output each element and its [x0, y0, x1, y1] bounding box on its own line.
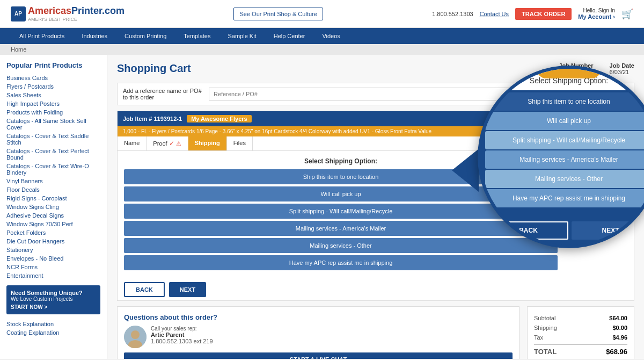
bottom-section: Questions about this order? Call your sa…: [117, 306, 634, 359]
zoom-option-apc-rep[interactable]: Have my APC rep assist me in shipping: [485, 189, 644, 207]
sidebar-item-floor-decals[interactable]: Floor Decals: [6, 185, 100, 194]
sidebar-item-catalogs-wire[interactable]: Catalogs - Cover & Text Wire-O Bindery: [6, 162, 100, 177]
sidebar-item-envelopes[interactable]: Envelopes - No Bleed: [6, 254, 100, 263]
nav-item-sample[interactable]: Sample Kit: [219, 28, 265, 44]
sidebar-title: Popular Print Products: [6, 61, 100, 69]
tax-value: $4.96: [612, 334, 627, 341]
rep-name: Artie Parent: [151, 332, 213, 338]
nav-item-custom[interactable]: Custom Printing: [116, 28, 175, 44]
sidebar-item-catalogs-self[interactable]: Catalogs - All Same Stock Self Cover: [6, 117, 100, 132]
tab-shipping[interactable]: Shipping: [188, 136, 227, 150]
total-shipping-value: $0.00: [612, 325, 627, 331]
sidebar-item-rigid-signs[interactable]: Rigid Signs - Coroplast: [6, 194, 100, 203]
rep-details: Call your sales rep: Artie Parent 1.800.…: [151, 326, 213, 344]
rep-phone: 1.800.552.1303 ext 219: [151, 338, 213, 344]
tab-name[interactable]: Name: [118, 136, 147, 150]
cart-icon[interactable]: 🛒: [621, 8, 633, 20]
sidebar-item-stock[interactable]: Stock Explanation: [6, 320, 100, 328]
signin-area[interactable]: Hello, Sign In My Account ›: [578, 8, 615, 20]
nav-item-all-print[interactable]: All Print Products: [11, 28, 73, 44]
cta-title: Need Something Unique?: [11, 290, 96, 296]
nav-item-videos[interactable]: Videos: [313, 28, 348, 44]
sidebar-item-entertainment[interactable]: Entertainment: [6, 271, 100, 280]
sidebar-item-vinyl[interactable]: Vinyl Banners: [6, 177, 100, 185]
sidebar-item-window-perf[interactable]: Window Signs 70/30 Perf: [6, 220, 100, 228]
navigation: All Print Products Industries Custom Pri…: [0, 28, 644, 44]
rep-info: Call your sales rep: Artie Parent 1.800.…: [124, 326, 513, 348]
zoom-options: Ship this item to one location Will call…: [481, 90, 644, 218]
grand-total-label: TOTAL: [534, 348, 557, 356]
sidebar-item-catalogs-saddle[interactable]: Catalogs - Cover & Text Saddle Stitch: [6, 132, 100, 147]
totals-box: Subtotal $64.00 Shipping $0.00 Tax $4.96…: [527, 306, 634, 359]
subtotal-value: $64.00: [609, 315, 627, 321]
logo-text: AmericasPrinter.com: [28, 5, 125, 17]
sidebar-item-catalogs-perfect[interactable]: Catalogs - Cover & Text Perfect Bound: [6, 147, 100, 162]
sidebar-cta: Need Something Unique? We Love Custom Pr…: [6, 285, 100, 314]
main-layout: Popular Print Products Business Cards Fl…: [0, 55, 644, 359]
start-now-button[interactable]: START NOW >: [11, 304, 47, 310]
zoom-option-other[interactable]: Mailing services - Other: [485, 170, 644, 188]
zoom-option-split[interactable]: Split shipping - Will call/Mailing/Recyc…: [485, 131, 644, 149]
see-print-button[interactable]: See Our Print Shop & Culture: [233, 8, 323, 20]
logo-image: AP: [11, 6, 26, 21]
shipping-option-americas-mailer[interactable]: Mailing services - America's Mailer: [124, 221, 558, 236]
cart-item-name[interactable]: My Awesome Flyers: [187, 115, 252, 123]
content-area: Shopping Cart Job Number 1193912 Job Dat…: [107, 55, 644, 359]
questions-title: Questions about this order?: [124, 313, 513, 321]
sidebar: Popular Print Products Business Cards Fl…: [0, 55, 107, 359]
total-shipping-row: Shipping $0.00: [534, 323, 627, 333]
sidebar-item-flyers[interactable]: Flyers / Postcards: [6, 82, 100, 91]
svg-point-1: [131, 330, 140, 339]
reference-label: Add a reference name or PO# to this orde…: [123, 88, 203, 100]
rep-avatar: [124, 326, 147, 348]
back-button[interactable]: BACK: [124, 282, 165, 297]
zoom-orange-accent: [537, 69, 601, 78]
sidebar-extra: Stock Explanation Coating Explanation: [6, 320, 100, 337]
subtotal-label: Subtotal: [534, 315, 555, 321]
total-shipping-label: Shipping: [534, 325, 557, 331]
start-live-chat-button[interactable]: START A LIVE CHAT: [124, 352, 513, 359]
grand-total-value: $68.96: [606, 348, 627, 356]
page-title: Shopping Cart: [117, 62, 191, 75]
tab-files[interactable]: Files: [227, 136, 253, 150]
signin-line2: My Account ›: [578, 13, 615, 20]
proof-check-icon: ✓: [169, 140, 174, 147]
arrow-connector: [452, 149, 479, 192]
sidebar-item-posters[interactable]: High Impact Posters: [6, 99, 100, 108]
tab-proof[interactable]: Proof ✓ ⚠: [147, 136, 188, 150]
logo-tagline: AMERI'S BEST PRICE: [28, 17, 125, 22]
sidebar-item-pocket[interactable]: Pocket Folders: [6, 228, 100, 237]
sidebar-item-ncr[interactable]: NCR Forms: [6, 263, 100, 271]
shipping-option-other[interactable]: Mailing services - Other: [124, 238, 558, 253]
sidebar-item-stationery[interactable]: Stationery: [6, 246, 100, 254]
zoom-option-will-call[interactable]: Will call pick up: [485, 112, 644, 130]
nav-item-help[interactable]: Help Center: [265, 28, 314, 44]
phone-number: 1.800.552.1303: [432, 11, 473, 17]
sidebar-item-sales-sheets[interactable]: Sales Sheets: [6, 91, 100, 99]
contact-link[interactable]: Contact Us: [480, 11, 509, 17]
warning-icon: ⚠: [176, 140, 181, 147]
sidebar-item-door-hangers[interactable]: Die Cut Door Hangers: [6, 237, 100, 246]
zoom-option-one-location[interactable]: Ship this item to one location: [485, 92, 644, 111]
tax-row: Tax $4.96: [534, 333, 627, 342]
arrow-shape: [452, 149, 479, 192]
sidebar-item-folding[interactable]: Products with Folding: [6, 108, 100, 117]
sidebar-item-window-cling[interactable]: Window Signs Cling: [6, 203, 100, 211]
zoom-option-americas-mailer[interactable]: Mailing services - America's Mailer: [485, 150, 644, 169]
nav-item-templates[interactable]: Templates: [175, 28, 219, 44]
nav-item-industries[interactable]: Industries: [73, 28, 116, 44]
track-order-button[interactable]: TRACK ORDER: [515, 8, 572, 20]
next-button[interactable]: NEXT: [169, 282, 206, 297]
header: AP AmericasPrinter.com AMERI'S BEST PRIC…: [0, 0, 644, 28]
cart-item-id: Job Item # 1193912-1: [123, 116, 182, 122]
sidebar-item-coating[interactable]: Coating Explanation: [6, 328, 100, 337]
cart-nav-buttons: BACK NEXT: [118, 277, 564, 300]
sidebar-item-adhesive[interactable]: Adhesive Decal Signs: [6, 211, 100, 220]
signin-line1: Hello, Sign In: [578, 8, 615, 13]
call-label: Call your sales rep:: [151, 326, 213, 332]
grand-total-row: TOTAL $68.96: [534, 344, 627, 357]
shipping-option-apc-rep[interactable]: Have my APC rep assist me in shipping: [124, 255, 558, 270]
cta-sub: We Love Custom Projects: [11, 296, 96, 302]
job-date-value: 6/03/21: [610, 69, 630, 75]
sidebar-item-business-cards[interactable]: Business Cards: [6, 74, 100, 82]
